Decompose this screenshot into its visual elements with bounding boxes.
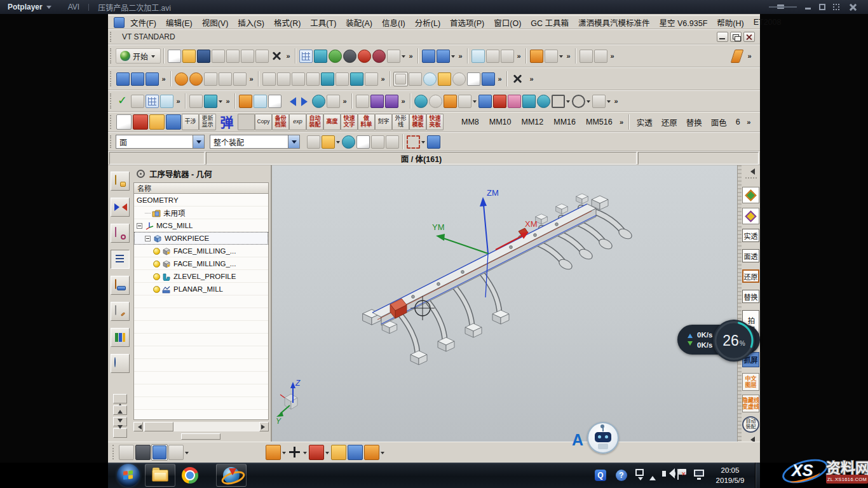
menu-assembly[interactable]: 装配(A) bbox=[346, 17, 372, 29]
scroll-top-icon[interactable] bbox=[113, 394, 127, 403]
locate-icon[interactable] bbox=[371, 135, 384, 149]
menu-file[interactable]: 文件(F) bbox=[130, 17, 156, 29]
quick-template-button[interactable]: 快速模板 bbox=[409, 114, 426, 130]
filter-icon[interactable] bbox=[409, 72, 422, 86]
back-arrow-icon[interactable] bbox=[283, 95, 296, 108]
snap-table-icon[interactable] bbox=[471, 50, 485, 63]
auto-assemble-button[interactable]: 自动装配 bbox=[306, 114, 323, 130]
sphere-box-icon[interactable] bbox=[364, 445, 379, 460]
tab-assembly-navigator[interactable] bbox=[111, 172, 130, 191]
chinese-layer-button[interactable]: 中文图层 bbox=[742, 373, 759, 391]
engrave-button[interactable]: 刻字 bbox=[375, 114, 392, 130]
offset-icon[interactable] bbox=[233, 72, 247, 86]
distribute-icon[interactable] bbox=[306, 72, 320, 86]
chevron-down-icon[interactable] bbox=[218, 95, 224, 107]
size-mm10[interactable]: MM10 bbox=[489, 118, 512, 126]
interference-button[interactable]: 干涉 bbox=[182, 114, 199, 130]
size-mm8[interactable]: MM8 bbox=[461, 118, 479, 126]
stack-icon[interactable] bbox=[478, 95, 492, 108]
size-mm516[interactable]: MM516 bbox=[586, 118, 613, 126]
show-desktop-button[interactable] bbox=[755, 463, 760, 488]
red-solid-icon[interactable] bbox=[133, 114, 148, 130]
menu-format[interactable]: 格式(R) bbox=[274, 17, 301, 29]
toolbar-overflow-icon[interactable] bbox=[456, 53, 465, 59]
table-icon[interactable] bbox=[160, 95, 173, 108]
mold-chart-icon[interactable] bbox=[116, 114, 132, 130]
analysis-icon[interactable] bbox=[545, 50, 558, 63]
tab-roles[interactable] bbox=[111, 302, 130, 321]
polygon-tool-icon[interactable] bbox=[572, 95, 585, 108]
translate-icon[interactable] bbox=[204, 72, 217, 86]
tree-row-geometry[interactable]: GEOMETRY bbox=[134, 194, 268, 207]
nx-close-icon[interactable] bbox=[743, 32, 755, 42]
spline-tool-icon[interactable] bbox=[592, 95, 606, 108]
bulb-icon[interactable] bbox=[153, 286, 160, 293]
toolbar-grip[interactable] bbox=[110, 93, 112, 108]
bulb-icon[interactable] bbox=[153, 248, 160, 255]
hand-icon[interactable] bbox=[386, 135, 399, 149]
open-file-icon[interactable] bbox=[182, 50, 196, 63]
nx-restore-icon[interactable] bbox=[730, 32, 742, 42]
add-point-icon[interactable] bbox=[438, 72, 451, 86]
face-transparent-button[interactable]: 面透 bbox=[742, 249, 759, 262]
volume-icon[interactable] bbox=[662, 471, 666, 477]
measure-icon[interactable] bbox=[530, 50, 543, 63]
viewport-scrollbar[interactable] bbox=[737, 165, 742, 442]
view-face-color[interactable]: 面色 bbox=[711, 116, 727, 128]
copy-icon[interactable] bbox=[241, 50, 254, 63]
taskbar-clock[interactable]: 20:05 2019/5/9 bbox=[708, 465, 752, 485]
scale-object-icon[interactable] bbox=[146, 72, 159, 86]
toolbar-overflow-icon[interactable] bbox=[224, 98, 232, 104]
yellow-box-icon[interactable] bbox=[149, 114, 165, 130]
chevron-down-icon[interactable] bbox=[401, 50, 407, 62]
menu-analysis[interactable]: 分析(L) bbox=[415, 17, 440, 29]
window-up-icon[interactable] bbox=[327, 95, 340, 108]
export-button[interactable]: exp bbox=[289, 114, 306, 130]
tray-expand-icon[interactable] bbox=[649, 473, 656, 480]
height-button[interactable]: 高度 bbox=[323, 114, 341, 130]
toolbar-overflow-icon[interactable] bbox=[247, 76, 255, 82]
collapse-icon[interactable] bbox=[137, 223, 142, 229]
pin-icon[interactable] bbox=[189, 95, 203, 108]
chevron-down-icon[interactable] bbox=[302, 447, 308, 458]
player-volume-slider[interactable] bbox=[769, 6, 797, 8]
purple-cube-icon[interactable] bbox=[370, 95, 384, 108]
block-feature-icon[interactable] bbox=[348, 445, 363, 460]
replace-button[interactable]: 替换 bbox=[742, 290, 759, 303]
toolbar-overflow-icon[interactable] bbox=[745, 53, 754, 59]
toolbar-overflow-icon[interactable] bbox=[564, 53, 573, 59]
scroll-up-icon[interactable] bbox=[113, 405, 127, 415]
ruler-icon[interactable] bbox=[458, 95, 471, 108]
csys-flame-icon[interactable] bbox=[266, 445, 281, 460]
toolbar-overflow-icon[interactable] bbox=[379, 76, 387, 82]
render-style-icon[interactable] bbox=[358, 50, 371, 63]
chevron-down-icon[interactable] bbox=[586, 95, 592, 107]
wedge-icon[interactable] bbox=[444, 95, 457, 108]
tray-qq-icon[interactable]: Q bbox=[595, 470, 606, 481]
tab-part-navigator[interactable] bbox=[111, 224, 130, 243]
toolbar-overflow-icon[interactable] bbox=[515, 53, 523, 59]
player-maximize-icon[interactable] bbox=[818, 3, 826, 11]
solid-transparent-button[interactable]: 实透 bbox=[742, 229, 759, 242]
chevron-down-icon[interactable] bbox=[451, 50, 456, 62]
monitor-edit-icon[interactable] bbox=[204, 95, 217, 108]
toolbar-overflow-icon[interactable] bbox=[612, 98, 620, 104]
backup-files-button[interactable]: 备份档案 bbox=[272, 114, 289, 130]
tree-row-mcs-mill[interactable]: MCS_MILL bbox=[134, 219, 268, 232]
layer-settings-icon[interactable] bbox=[146, 95, 159, 108]
snap-midpoint-icon[interactable] bbox=[501, 50, 514, 63]
menu-view[interactable]: 视图(V) bbox=[202, 17, 229, 29]
chevron-down-icon[interactable] bbox=[336, 136, 341, 147]
tab-constraint-navigator[interactable] bbox=[111, 198, 130, 217]
menu-preferences[interactable]: 首选项(P) bbox=[450, 17, 484, 29]
create-geometry-button[interactable] bbox=[151, 444, 168, 461]
scroll-thumb[interactable] bbox=[144, 422, 173, 431]
view-restore[interactable]: 还原 bbox=[661, 116, 677, 128]
taskbar-nx-button[interactable] bbox=[216, 464, 247, 487]
menu-insert[interactable]: 插入(S) bbox=[238, 17, 264, 29]
tray-window-icon[interactable] bbox=[635, 469, 644, 476]
globe-icon[interactable] bbox=[414, 95, 428, 108]
nx-minimize-icon[interactable] bbox=[717, 32, 728, 42]
menu-window[interactable]: 窗口(O) bbox=[494, 17, 521, 29]
menu-tools[interactable]: 工具(T) bbox=[310, 17, 336, 29]
